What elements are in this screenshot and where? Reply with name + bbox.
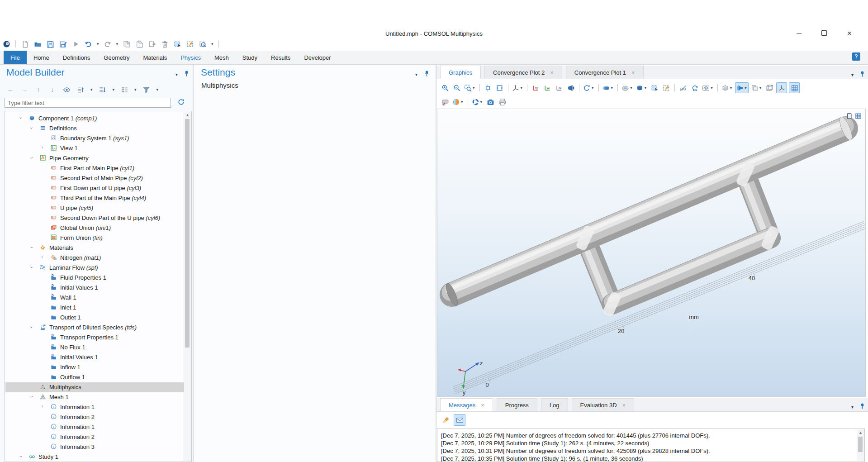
graphics-menu-caret[interactable]: ▾ (851, 72, 854, 77)
tree-item-inlet-1[interactable]: Inlet 1 (5, 303, 184, 313)
zoom-fit-button[interactable] (495, 83, 505, 93)
filter-tree-icon[interactable] (142, 85, 152, 95)
tree-scroll-thumb[interactable] (185, 119, 190, 348)
tree-item-no-flux-1[interactable]: DNo Flux 1 (5, 343, 184, 352)
ribbon-tab-definitions[interactable]: Definitions (56, 51, 97, 64)
tree-item-initial-values-1[interactable]: DInitial Values 1 (5, 352, 184, 362)
move-up-icon[interactable] (76, 85, 85, 95)
settings-menu-caret[interactable]: ▾ (415, 72, 417, 77)
help-button[interactable]: ? (852, 52, 860, 61)
dropdown-caret-icon[interactable]: ▾ (629, 86, 633, 90)
select-box-icon[interactable] (172, 39, 182, 49)
nav-up-icon[interactable]: ↑ (33, 85, 43, 95)
dropdown-caret-icon[interactable]: ▾ (520, 86, 524, 90)
rotate-view-button[interactable]: ▾ (583, 83, 595, 93)
perspective-button[interactable] (566, 83, 576, 93)
messages-tab-evaluation-3d[interactable]: Evaluation 3D× (572, 398, 635, 411)
ribbon-tab-file[interactable]: File (4, 51, 27, 64)
reset-hiding-button[interactable] (690, 83, 700, 93)
show-options-icon[interactable] (62, 85, 71, 95)
redo-icon[interactable] (103, 39, 113, 49)
insert-object-icon[interactable] (147, 39, 157, 49)
tree-item-first-down-part-of-u-pipe[interactable]: First Down part of U pipe (cyl3) (5, 183, 184, 193)
copy-icon[interactable] (122, 39, 132, 49)
ribbon-tab-home[interactable]: Home (27, 51, 56, 64)
messages-scroll-thumb[interactable] (858, 437, 863, 452)
show-grid-button[interactable] (789, 82, 800, 93)
close-tab-icon[interactable]: × (622, 402, 626, 409)
messages-scrollbar[interactable]: ▲ (857, 429, 864, 461)
tree-item-boundary-system-1[interactable]: Boundary System 1 (sys1) (5, 133, 184, 143)
tree-item-information-1[interactable]: iInformation 1 (5, 422, 184, 432)
close-tab-icon[interactable]: × (631, 69, 635, 76)
dropdown-caret-icon[interactable]: ▾ (710, 86, 714, 90)
dropdown-caret-icon[interactable]: ▾ (744, 86, 748, 90)
deselect-all-icon[interactable] (185, 39, 195, 49)
zoom-selected-icon[interactable] (198, 39, 208, 49)
messages-tab-log[interactable]: Log (541, 398, 568, 411)
nav-forward-icon[interactable]: → (19, 85, 29, 95)
messages-scroll-up-arrow[interactable]: ▲ (859, 430, 863, 435)
dropdown-caret-icon[interactable]: ▾ (156, 87, 160, 92)
default-view-button[interactable]: ▾ (512, 83, 524, 93)
zoom-in-button[interactable] (440, 83, 450, 93)
messages-tab-messages[interactable]: Messages× (440, 398, 493, 411)
view-xz-button[interactable]: xz (554, 83, 564, 93)
zoom-out-button[interactable] (452, 83, 462, 93)
tree-item-pipe-geometry[interactable]: Pipe Geometry (5, 153, 184, 163)
tree-item-component-1[interactable]: Component 1 (comp1) (5, 114, 184, 124)
tree-item-outlet-1[interactable]: Outlet 1 (5, 313, 184, 323)
open-file-icon[interactable] (33, 39, 43, 49)
tree-item-outflow-1[interactable]: Outflow 1 (5, 372, 184, 382)
close-tab-icon[interactable]: × (550, 69, 554, 76)
chevron-down-icon[interactable] (19, 455, 24, 459)
transparency-button[interactable]: ▾ (750, 83, 763, 93)
viewport-page-indicator-icon[interactable] (846, 113, 853, 119)
zoom-box-button[interactable]: ▾ (464, 83, 476, 93)
save-as-icon[interactable] (58, 39, 68, 49)
tree-item-global-union[interactable]: Global Union (uni1) (5, 223, 184, 233)
chevron-down-icon[interactable] (30, 266, 34, 270)
tree-item-third-part-of-the-main-pipe[interactable]: Third Part of the Main Pipe (cyl4) (5, 193, 184, 203)
tree-item-study-1[interactable]: Study 1 (5, 452, 184, 462)
scene-light-button[interactable]: ▾ (621, 83, 634, 93)
tree-item-transport-of-diluted-species[interactable]: Transport of Diluted Species (tds) (5, 323, 184, 333)
ribbon-tab-geometry[interactable]: Geometry (97, 51, 136, 64)
dropdown-caret-icon[interactable]: ▾ (210, 42, 214, 46)
scroll-up-arrow[interactable]: ▲ (185, 113, 190, 117)
graphics-tab-convergence-plot-2[interactable]: Convergence Plot 2× (484, 66, 562, 79)
print-button[interactable] (497, 97, 507, 107)
tree-item-materials[interactable]: Materials (5, 243, 184, 253)
model-builder-menu-caret[interactable]: ▾ (175, 72, 178, 77)
ribbon-tab-study[interactable]: Study (236, 51, 264, 64)
tree-item-second-down-part-of-the-u-pipe[interactable]: Second Down Part of the U pipe (cyl6) (5, 213, 184, 223)
graphics-pin-icon[interactable] (859, 71, 866, 77)
ribbon-tab-developer[interactable]: Developer (297, 51, 337, 64)
close-tab-icon[interactable]: × (481, 402, 484, 409)
tree-item-wall-1[interactable]: DWall 1 (5, 293, 184, 303)
chevron-down-icon[interactable] (19, 116, 24, 121)
tree-item-transport-properties-1[interactable]: DTransport Properties 1 (5, 333, 184, 343)
viewport-grid-indicator-icon[interactable] (855, 113, 862, 119)
ribbon-tab-results[interactable]: Results (264, 51, 297, 64)
clear-messages-button[interactable] (440, 414, 451, 425)
paste-icon[interactable] (134, 39, 144, 49)
tree-item-multiphysics[interactable]: Multiphysics (5, 382, 184, 392)
deselect-all-button[interactable] (661, 83, 671, 93)
dropdown-caret-icon[interactable]: ▾ (591, 86, 595, 90)
dropdown-caret-icon[interactable]: ▾ (644, 86, 648, 90)
chevron-right-icon[interactable] (41, 405, 45, 410)
scene-rotation-button[interactable]: ▾ (471, 97, 484, 107)
snapshot-button[interactable] (485, 97, 495, 107)
move-down-icon[interactable] (98, 85, 108, 95)
tree-item-fluid-properties-1[interactable]: DFluid Properties 1 (5, 273, 184, 283)
color-theme-button[interactable]: ▾ (452, 97, 465, 107)
settings-pin-icon[interactable] (423, 70, 430, 77)
chevron-down-icon[interactable] (30, 246, 34, 250)
chevron-down-icon[interactable] (30, 156, 34, 161)
chevron-down-icon[interactable] (30, 126, 34, 131)
messages-tab-progress[interactable]: Progress (497, 398, 537, 411)
tree-item-definitions[interactable]: Definitions (5, 124, 184, 133)
run-icon[interactable] (71, 39, 81, 49)
chevron-right-icon[interactable] (41, 146, 45, 151)
